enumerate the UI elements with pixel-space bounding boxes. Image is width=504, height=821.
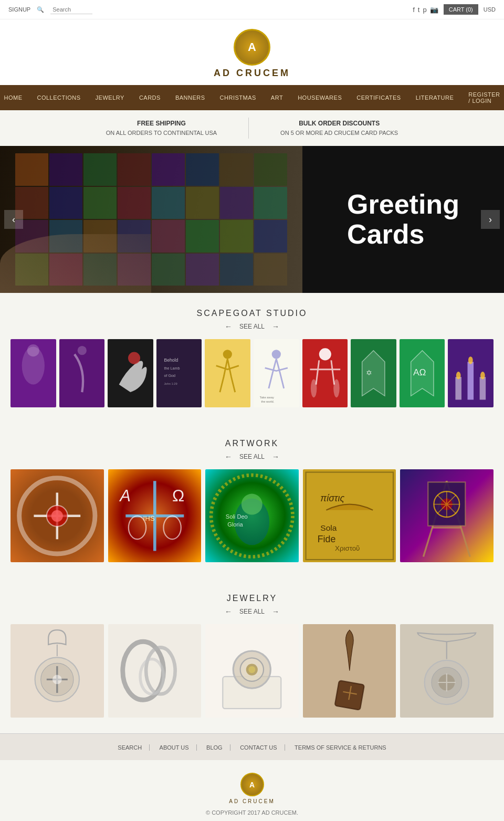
- top-bar-right: f t p 📷 CART (0) USD: [413, 4, 496, 15]
- footer-about-link[interactable]: ABOUT US: [152, 744, 197, 751]
- list-item[interactable]: ✡: [351, 339, 396, 407]
- facebook-icon[interactable]: f: [413, 6, 415, 14]
- jewelry-nav: ← SEE ALL →: [10, 607, 494, 616]
- svg-text:Sola: Sola: [320, 523, 337, 532]
- scapegoat-next-arrow[interactable]: →: [272, 322, 279, 331]
- instagram-icon[interactable]: 📷: [430, 6, 438, 14]
- artwork-grid: A Ω IHS Soli Deo Gloria πίστις: [10, 469, 494, 563]
- logo-area: A AD CRUCEM: [0, 19, 504, 85]
- pinterest-icon[interactable]: p: [423, 6, 426, 14]
- cart-button[interactable]: CART (0): [444, 4, 478, 15]
- logo-icon[interactable]: A: [234, 29, 270, 66]
- artwork-prev-arrow[interactable]: ←: [225, 452, 232, 461]
- svg-text:Fide: Fide: [318, 534, 336, 544]
- top-bar: SIGNUP 🔍 f t p 📷 CART (0) USD: [0, 0, 504, 19]
- list-item[interactable]: A Ω IHS: [108, 469, 202, 563]
- jewelry-next-arrow[interactable]: →: [272, 607, 279, 616]
- svg-text:Χριστοῦ: Χριστοῦ: [335, 544, 360, 552]
- svg-text:A: A: [119, 487, 131, 505]
- nav-literature[interactable]: LITERATURE: [408, 88, 461, 107]
- main-nav: HOME COLLECTIONS JEWELRY CARDS BANNERS C…: [0, 85, 504, 110]
- footer-logo-icon[interactable]: A: [240, 773, 264, 796]
- search-input[interactable]: [50, 5, 92, 14]
- svg-rect-19: [456, 377, 462, 399]
- svg-point-14: [333, 379, 340, 397]
- top-bar-left: SIGNUP 🔍: [8, 5, 92, 14]
- svg-text:Take away: Take away: [260, 396, 274, 399]
- list-item[interactable]: [10, 339, 56, 407]
- nav-home[interactable]: HOME: [0, 88, 29, 107]
- bulk-discounts: BULK ORDER DISCOUNTS ON 5 OR MORE AD CRU…: [249, 119, 429, 138]
- svg-rect-21: [480, 377, 486, 399]
- copyright-text: © COPYRIGHT 2017 AD CRUCEM.: [206, 809, 298, 816]
- artwork-section: ARTWORK ← SEE ALL → A Ω IHS: [0, 423, 504, 578]
- svg-text:the Lamb: the Lamb: [164, 366, 180, 371]
- hero-slider: Greeting Cards ‹ ›: [0, 146, 504, 293]
- hero-content: Greeting Cards: [0, 146, 504, 293]
- artwork-next-arrow[interactable]: →: [272, 452, 279, 461]
- list-item[interactable]: Soli Deo Gloria: [205, 469, 299, 563]
- list-item[interactable]: Take away the world.: [254, 339, 299, 407]
- list-item[interactable]: [400, 624, 494, 718]
- svg-point-23: [468, 356, 473, 364]
- svg-text:Behold: Behold: [164, 357, 178, 363]
- footer-search-link[interactable]: SEARCH: [110, 744, 150, 751]
- svg-point-8: [223, 350, 232, 359]
- list-item[interactable]: [108, 339, 153, 407]
- svg-point-61: [248, 666, 255, 673]
- footer-terms-link[interactable]: TERMS OF SERVICE & RETURNS: [287, 744, 394, 751]
- svg-point-9: [272, 350, 281, 359]
- svg-point-53: [52, 675, 62, 685]
- free-shipping: FREE SHIPPING ON ALL ORDERS TO CONTINENT…: [75, 119, 248, 138]
- slider-prev-button[interactable]: ‹: [4, 210, 23, 229]
- twitter-icon[interactable]: t: [418, 6, 420, 14]
- hero-text-area: Greeting Cards: [302, 146, 504, 293]
- svg-text:the world.: the world.: [261, 400, 274, 403]
- list-item[interactable]: [448, 339, 494, 407]
- nav-housewares[interactable]: HOUSEWARES: [290, 88, 349, 107]
- list-item[interactable]: [400, 469, 494, 563]
- jewelry-see-all-link[interactable]: SEE ALL: [239, 608, 265, 615]
- nav-art[interactable]: ART: [264, 88, 290, 107]
- nav-register[interactable]: REGISTER / LOGIN: [461, 85, 504, 110]
- svg-point-13: [310, 379, 317, 397]
- list-item[interactable]: [10, 624, 104, 718]
- svg-text:Soli Deo: Soli Deo: [226, 513, 248, 520]
- footer-blog-link[interactable]: BLOG: [199, 744, 230, 751]
- search-icon: 🔍: [37, 6, 44, 13]
- list-item[interactable]: Behold the Lamb of God John 1:29: [156, 339, 202, 407]
- svg-point-12: [319, 348, 331, 360]
- signup-link[interactable]: SIGNUP: [8, 6, 30, 13]
- nav-cards[interactable]: CARDS: [132, 88, 168, 107]
- artwork-see-all-link[interactable]: SEE ALL: [239, 453, 265, 460]
- list-item[interactable]: [303, 624, 396, 718]
- scapegoat-title: SCAPEGOAT STUDIO: [10, 309, 494, 318]
- jewelry-prev-arrow[interactable]: ←: [225, 607, 232, 616]
- footer-contact-link[interactable]: CONTACT US: [233, 744, 285, 751]
- footer-bottom: A AD CRUCEM © COPYRIGHT 2017 AD CRUCEM. …: [0, 760, 504, 821]
- scapegoat-prev-arrow[interactable]: ←: [225, 322, 232, 331]
- currency-selector[interactable]: USD: [484, 6, 496, 13]
- list-item[interactable]: [205, 624, 299, 718]
- list-item[interactable]: πίστις Sola Fide Χριστοῦ: [303, 469, 396, 563]
- list-item[interactable]: [10, 469, 104, 563]
- nav-collections[interactable]: COLLECTIONS: [29, 88, 88, 107]
- nav-certificates[interactable]: CERTIFICATES: [349, 88, 408, 107]
- svg-point-1: [27, 344, 39, 356]
- list-item[interactable]: [205, 339, 250, 407]
- svg-point-32: [163, 516, 181, 539]
- slider-next-button[interactable]: ›: [481, 210, 500, 229]
- list-item[interactable]: [302, 339, 348, 407]
- list-item[interactable]: AΩ: [400, 339, 445, 407]
- footer-links: SEARCH ABOUT US BLOG CONTACT US TERMS OF…: [0, 733, 504, 760]
- scapegoat-section: SCAPEGOAT STUDIO ← SEE ALL →: [0, 293, 504, 423]
- nav-banners[interactable]: BANNERS: [168, 88, 213, 107]
- list-item[interactable]: [59, 339, 105, 407]
- scapegoat-see-all-link[interactable]: SEE ALL: [239, 323, 265, 330]
- svg-point-28: [51, 510, 63, 522]
- shipping-banner: FREE SHIPPING ON ALL ORDERS TO CONTINENT…: [0, 110, 504, 146]
- list-item[interactable]: [108, 624, 202, 718]
- logo-text: AD CRUCEM: [0, 68, 504, 79]
- nav-jewelry[interactable]: JEWELRY: [88, 88, 132, 107]
- nav-christmas[interactable]: CHRISTMAS: [213, 88, 264, 107]
